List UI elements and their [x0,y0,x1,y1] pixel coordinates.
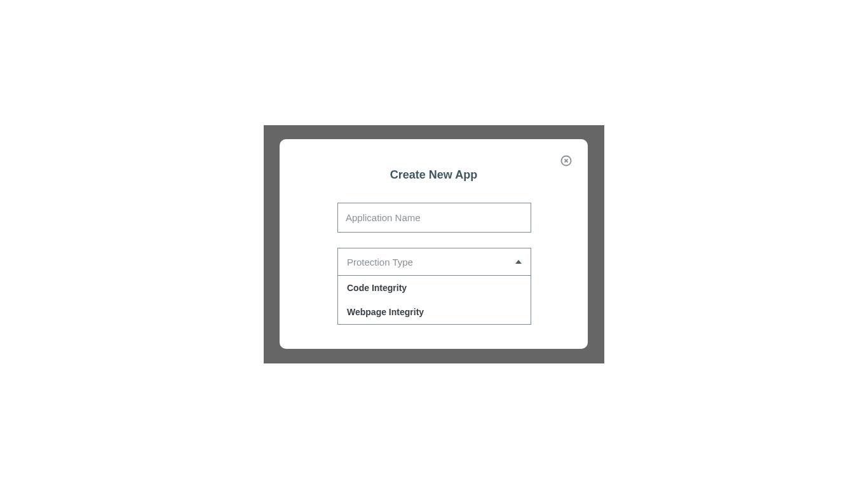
create-app-modal: Create New App Protection Type Code Inte… [280,139,588,349]
protection-type-field: Protection Type Code Integrity Webpage I… [337,248,531,325]
modal-title: Create New App [280,168,588,182]
protection-type-placeholder: Protection Type [347,257,413,268]
protection-type-select[interactable]: Protection Type [337,248,531,276]
protection-type-options: Code Integrity Webpage Integrity [337,276,531,325]
option-code-integrity[interactable]: Code Integrity [338,276,531,300]
application-name-field [337,203,531,233]
close-button[interactable] [560,154,573,167]
caret-up-icon [515,260,522,264]
close-icon [560,154,573,167]
application-name-input[interactable] [337,203,531,233]
option-webpage-integrity[interactable]: Webpage Integrity [338,300,531,324]
